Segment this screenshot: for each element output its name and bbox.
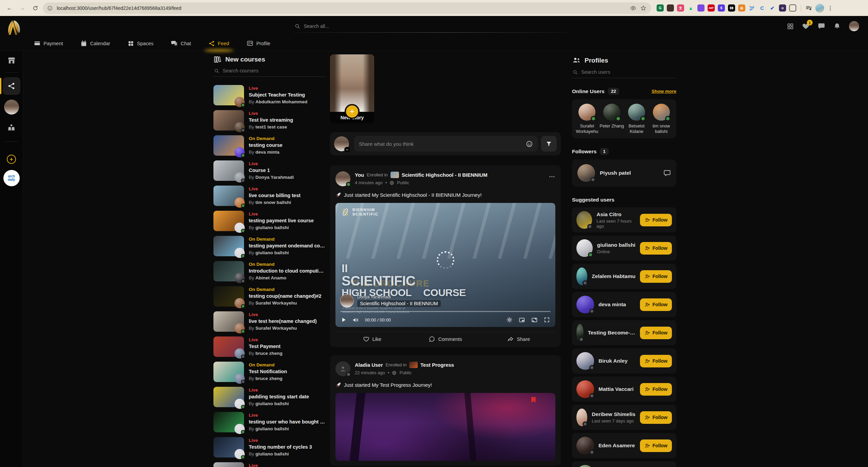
course-title[interactable]: testing user who have bought cyc... xyxy=(249,418,325,426)
play-button[interactable] xyxy=(341,317,346,323)
course-search-input[interactable] xyxy=(223,68,325,73)
eye-icon[interactable] xyxy=(630,5,636,11)
course-title[interactable]: Introduction to cloud computing ... xyxy=(249,267,325,275)
user-search-input[interactable] xyxy=(581,69,676,75)
browser-address-bar[interactable]: localhost:3000/user/hub/67f4ed22e14d7689… xyxy=(43,2,651,14)
tab-payment[interactable]: Payment xyxy=(34,40,63,47)
extension-icon[interactable]: G xyxy=(657,4,664,12)
user-name[interactable]: Testing Become-a... xyxy=(588,330,636,336)
course-list-item[interactable]: On Demandtesting coup(name changed)#2By … xyxy=(213,286,326,307)
follow-button[interactable]: Follow xyxy=(640,298,672,311)
follow-button[interactable]: Follow xyxy=(640,439,672,452)
course-list-item[interactable]: On Demandtesting courseBy deva minta xyxy=(213,135,326,156)
user-name[interactable]: giuliano ballshi xyxy=(597,242,636,248)
extension-icon[interactable]: 🕊 xyxy=(748,4,756,12)
user-name[interactable]: Biruk Anley xyxy=(598,358,628,364)
comments-button[interactable]: Comments xyxy=(409,336,482,342)
extension-icon[interactable] xyxy=(697,4,705,12)
course-list-item[interactable]: On Demandtesting payment ondemand course… xyxy=(213,236,326,257)
apps-grid-icon[interactable] xyxy=(787,23,794,30)
post-author-avatar[interactable] xyxy=(335,361,350,376)
course-title[interactable]: Testing number of cycles 3 xyxy=(249,444,312,451)
user-name[interactable]: Mattia Vaccari xyxy=(598,386,633,392)
online-user[interactable]: Surafel Workayehu xyxy=(575,104,599,134)
course-title[interactable]: Test live streaming xyxy=(249,117,293,124)
extension-icon[interactable]: 文 xyxy=(677,4,684,12)
follow-button[interactable]: Follow xyxy=(640,383,672,396)
settings-gear-icon[interactable] xyxy=(506,317,513,323)
user-name[interactable]: Deribew Shimelis xyxy=(592,411,635,417)
share-button[interactable]: Share xyxy=(482,336,555,342)
follow-button[interactable]: Follow xyxy=(640,214,672,226)
course-title[interactable]: Test Payment xyxy=(249,343,282,350)
course-list-item[interactable]: On DemandTest NotificationBy bruce zheng xyxy=(213,362,326,382)
post-author-avatar[interactable] xyxy=(335,171,350,186)
tab-feed[interactable]: Feed xyxy=(209,40,229,47)
extension-icon[interactable]: 6 xyxy=(718,4,725,12)
courses-book-icon[interactable] xyxy=(7,123,16,132)
like-button[interactable]: Like xyxy=(335,336,409,342)
course-list-item[interactable]: LiveTest live streamingBy test1 test cas… xyxy=(213,110,326,131)
user-avatar[interactable] xyxy=(576,465,594,467)
course-title[interactable]: Subject Teacher Testing xyxy=(249,91,308,99)
composer-avatar[interactable] xyxy=(334,136,349,151)
course-list-item[interactable]: Livetesting payment live courseBy giulia… xyxy=(213,211,326,231)
course-list-item[interactable]: LiveCourse 1By Donya Yarahmadi xyxy=(213,160,326,181)
sidebar-item-feed-active[interactable] xyxy=(0,77,23,95)
post-target-course[interactable]: Test Progress xyxy=(420,362,454,368)
extension-icon[interactable] xyxy=(789,4,796,12)
bookmark-star-icon[interactable] xyxy=(640,5,646,11)
follow-button[interactable]: Follow xyxy=(640,327,672,339)
likes-icon[interactable]: 1 xyxy=(802,22,810,30)
user-avatar[interactable] xyxy=(576,239,593,257)
fullscreen-icon[interactable] xyxy=(544,317,550,323)
video-player[interactable]: BIENNIUM SCIENTIFIC THE BROCHURE II SCIE… xyxy=(335,203,555,327)
follow-button[interactable]: Follow xyxy=(640,270,672,283)
site-info-icon[interactable] xyxy=(46,4,54,12)
miniplayer-icon[interactable] xyxy=(519,317,525,323)
course-title[interactable]: testing course xyxy=(249,142,282,149)
store-icon[interactable] xyxy=(7,56,16,65)
course-list-item[interactable]: LiveTest PaymentBy bruce zheng xyxy=(213,336,326,357)
user-avatar[interactable] xyxy=(576,352,594,370)
post-target-course[interactable]: Scientific Highschool - II BIENNIUM xyxy=(402,172,488,178)
online-user[interactable]: Peter Zhang xyxy=(600,104,624,134)
course-title[interactable]: live course billing test xyxy=(249,192,300,199)
user-name[interactable]: Asia Citro xyxy=(596,211,635,218)
app-logo[interactable] xyxy=(4,18,22,38)
user-avatar[interactable] xyxy=(576,296,594,313)
chevron-down-icon[interactable] xyxy=(344,147,350,152)
add-button[interactable]: + xyxy=(7,155,16,164)
messages-icon[interactable] xyxy=(818,22,825,30)
post-author-name[interactable]: You xyxy=(355,172,364,178)
course-list-item[interactable]: LiveBy xyxy=(213,462,326,467)
course-title[interactable]: testing payment live course xyxy=(249,217,314,224)
browser-profile-avatar[interactable] xyxy=(815,4,824,13)
extension-icon[interactable]: ▲ xyxy=(687,4,694,12)
extension-icon[interactable]: u xyxy=(779,4,786,12)
course-list-item[interactable]: Livelive course billing testBy tim snow … xyxy=(213,186,326,206)
course-list-item[interactable]: Livepadding testing start dateBy giulian… xyxy=(213,387,326,408)
course-title[interactable]: padding testing start date xyxy=(249,393,309,400)
follow-button[interactable]: Follow xyxy=(640,411,672,424)
emoji-icon[interactable] xyxy=(526,140,533,148)
follow-button[interactable]: Follow xyxy=(640,355,672,367)
user-name[interactable]: Zelalem Habtamu xyxy=(592,273,635,279)
online-user[interactable]: tim snow ballshi xyxy=(649,104,674,134)
course-title[interactable]: Test Notification xyxy=(249,368,287,375)
composer-input-wrap[interactable] xyxy=(354,136,538,152)
extension-icon[interactable]: ✔ xyxy=(769,4,776,12)
message-bubble-icon[interactable] xyxy=(663,169,671,177)
browser-back-button[interactable]: ← xyxy=(4,3,15,14)
user-avatar[interactable] xyxy=(653,104,670,121)
tab-calendar[interactable]: Calendar xyxy=(81,40,110,47)
extension-icon[interactable]: ◎ xyxy=(738,4,745,12)
course-title[interactable]: testing coup(name changed)#2 xyxy=(249,293,322,300)
user-avatar[interactable] xyxy=(628,104,645,121)
tab-profile[interactable]: Profile xyxy=(247,40,270,47)
post-author-name[interactable]: Aladia User xyxy=(355,362,383,368)
bell-icon[interactable] xyxy=(833,22,841,30)
course-list-item[interactable]: Livetesting user who have bought cyc...B… xyxy=(213,412,326,433)
show-more-link[interactable]: Show more xyxy=(652,89,676,94)
extension-icon[interactable]: C xyxy=(759,4,766,12)
